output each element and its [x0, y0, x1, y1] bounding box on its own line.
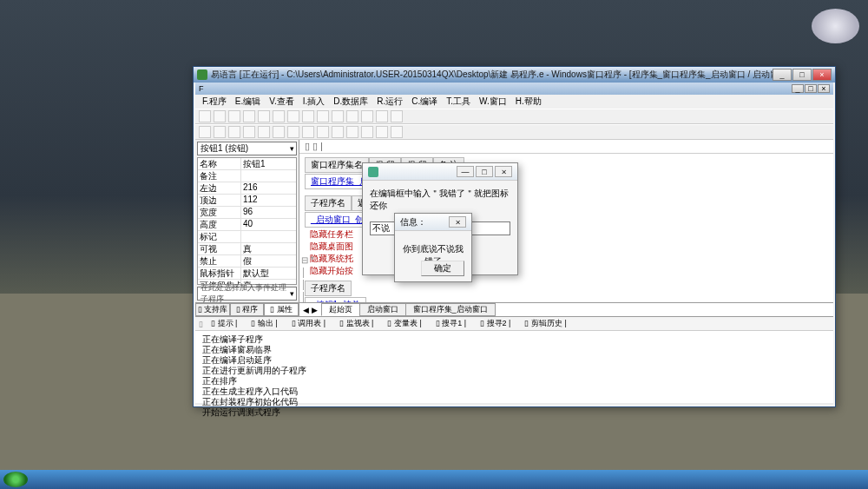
output-tab[interactable]: ▯ 输出 | — [245, 317, 283, 330]
inner-titlebar: F _ □ × — [195, 83, 833, 95]
output-line: 正在编译窗易临界 — [202, 345, 826, 355]
toolbar-button[interactable] — [228, 126, 240, 138]
toolbar-button[interactable] — [332, 110, 344, 122]
left-tab[interactable]: ▯ 程序 — [230, 303, 265, 316]
toolbar-button[interactable] — [376, 126, 388, 138]
inner-title-text: F — [199, 84, 204, 93]
desktop-gadget[interactable] — [812, 9, 859, 43]
taskbar[interactable] — [0, 470, 868, 489]
property-row[interactable]: 标记 — [198, 231, 296, 243]
menu-item[interactable]: H.帮助 — [512, 96, 545, 108]
menu-item[interactable]: T.工具 — [443, 96, 474, 108]
object-selector[interactable]: 按钮1 (按钮) — [197, 142, 297, 155]
property-grid[interactable]: 名称按钮1备注左边216顶边112宽度96高度40标记可视真禁止假鼠标指针默认型… — [197, 157, 297, 285]
toolbar-button[interactable] — [391, 126, 403, 138]
toolbar-button[interactable] — [243, 126, 255, 138]
message-close[interactable]: ⨉ — [449, 216, 466, 228]
input-dialog-titlebar[interactable]: — □ ⨉ — [363, 163, 517, 181]
ok-button[interactable]: 确定 — [421, 261, 464, 276]
output-line: 开始运行调测式程序 — [202, 407, 826, 418]
output-tab[interactable]: ▯ 监视表 | — [333, 317, 379, 330]
output-tab[interactable]: ▯ 提示 | — [205, 317, 243, 330]
menu-item[interactable]: F.程序 — [199, 96, 230, 108]
toolbar-button[interactable] — [287, 126, 299, 138]
property-row[interactable]: 禁止假 — [198, 255, 296, 268]
toolbar-button[interactable] — [258, 110, 270, 122]
property-row[interactable]: 名称按钮1 — [198, 158, 296, 170]
menu-item[interactable]: W.窗口 — [476, 96, 510, 108]
toolbar-button[interactable] — [199, 110, 211, 122]
maximize-button[interactable]: □ — [792, 69, 812, 81]
output-tabs: ▯ ▯ 提示 |▯ 输出 |▯ 调用表 |▯ 监视表 |▯ 变量表 |▯ 搜寻1… — [195, 317, 833, 331]
toolbar-button[interactable] — [361, 126, 373, 138]
toolbar-button[interactable] — [302, 110, 314, 122]
output-line: 正在封装程序初始化代码 — [202, 397, 826, 407]
output-line: 正在编译启动延序 — [202, 355, 826, 366]
property-row[interactable]: 可视真 — [198, 243, 296, 255]
toolbar-button[interactable] — [243, 110, 255, 122]
toolbar-button[interactable] — [332, 126, 344, 138]
inner-close[interactable]: × — [818, 84, 830, 93]
toolbar-button[interactable] — [214, 126, 226, 138]
property-row[interactable]: 高度40 — [198, 219, 296, 231]
property-row[interactable]: 鼠标指针默认型 — [198, 268, 296, 280]
close-button[interactable]: × — [812, 69, 832, 81]
toolbar-1 — [195, 109, 833, 124]
output-tab[interactable]: ▯ 搜寻1 | — [430, 317, 472, 330]
toolbar-button[interactable] — [273, 126, 285, 138]
code-tabs: ◀ ▶ 起始页启动窗口窗口程序集_启动窗口 — [299, 302, 833, 316]
menu-item[interactable]: D.数据库 — [330, 96, 372, 108]
menu-item[interactable]: R.运行 — [373, 96, 406, 108]
output-text: 正在编译子程序正在编译窗易临界正在编译启动延序正在进行更新调用的子程序正在排序正… — [195, 331, 833, 421]
start-button[interactable] — [3, 472, 28, 487]
message-dialog-titlebar[interactable]: 信息： ⨉ — [395, 214, 471, 231]
menu-item[interactable]: V.查看 — [266, 96, 298, 108]
toolbar-button[interactable] — [346, 110, 358, 122]
property-row[interactable]: 顶边112 — [198, 195, 296, 207]
toolbar-button[interactable] — [317, 110, 329, 122]
property-row[interactable]: 宽度96 — [198, 207, 296, 219]
code-tab[interactable]: 启动窗口 — [359, 303, 406, 316]
toolbar-button[interactable] — [317, 126, 329, 138]
toolbar-button[interactable] — [273, 110, 285, 122]
toolbar-button[interactable] — [228, 110, 240, 122]
inner-min[interactable]: _ — [792, 84, 804, 93]
toolbar-button[interactable] — [346, 126, 358, 138]
main-titlebar[interactable]: 易语言 [正在运行] - C:\Users\Administrator.USER… — [194, 67, 835, 83]
minimize-button[interactable]: _ — [773, 69, 792, 81]
code-tab[interactable]: 窗口程序集_启动窗口 — [405, 303, 496, 316]
output-tab[interactable]: ▯ 变量表 | — [381, 317, 427, 330]
toolbar-button[interactable] — [376, 110, 388, 122]
output-panel: ▯ ▯ 提示 |▯ 输出 |▯ 调用表 |▯ 监视表 |▯ 变量表 |▯ 搜寻1… — [195, 316, 833, 403]
output-tab[interactable]: ▯ 剪辑历史 | — [518, 317, 572, 330]
prompt-text: 在编辑框中输入＂我错了＂就把图标还你 — [370, 188, 510, 212]
code-toolbar: ▯ ▯ | — [299, 140, 833, 154]
output-tab[interactable]: ▯ 调用表 | — [286, 317, 332, 330]
toolbar-button[interactable] — [287, 110, 299, 122]
event-selector[interactable]: 在此处选择加入事件处理子程序 — [197, 287, 297, 301]
toolbar-button[interactable] — [391, 110, 403, 122]
toolbar-button[interactable] — [302, 126, 314, 138]
menu-item[interactable]: I.插入 — [299, 96, 329, 108]
toolbar-button[interactable] — [199, 126, 211, 138]
output-line: 正在进行更新调用的子程序 — [202, 366, 826, 376]
message-dialog-title: 信息： — [400, 216, 426, 228]
toolbar-button[interactable] — [361, 110, 373, 122]
property-row[interactable]: 备注 — [198, 170, 296, 182]
left-tab[interactable]: ▯ 支持库 — [195, 303, 230, 316]
menu-item[interactable]: E.编辑 — [232, 96, 264, 108]
toolbar-2 — [195, 124, 833, 140]
toolbar-button[interactable] — [214, 110, 226, 122]
message-dialog: 信息： ⨉ 你到底说不说我错了 确定 — [394, 213, 472, 282]
output-tab[interactable]: ▯ 搜寻2 | — [474, 317, 516, 330]
dialog-btn3[interactable]: ⨉ — [495, 166, 512, 177]
dialog-btn1[interactable]: — — [457, 166, 474, 177]
property-row[interactable]: 左边216 — [198, 182, 296, 195]
code-tab[interactable]: 起始页 — [321, 303, 360, 316]
menu-item[interactable]: C.编译 — [408, 96, 441, 108]
dialog-btn2[interactable]: □ — [476, 166, 493, 177]
toolbar-button[interactable] — [258, 126, 270, 138]
output-line: 正在生成主程序入口代码 — [202, 387, 826, 397]
left-tab[interactable]: ▯ 属性 — [264, 303, 299, 316]
inner-max[interactable]: □ — [805, 84, 817, 93]
